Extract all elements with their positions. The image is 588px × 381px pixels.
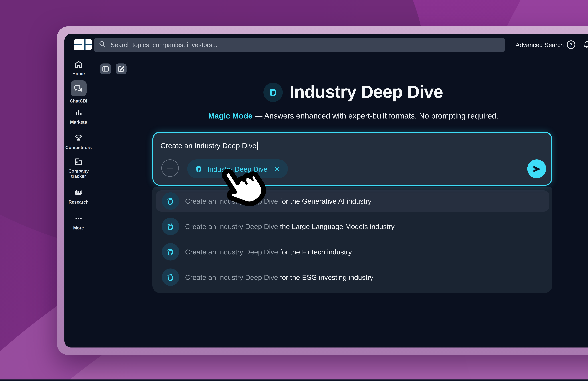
suggestion-text: Create an Industry Deep Dive the Large L… [185,222,396,230]
suggestion-row[interactable]: Create an Industry Deep Dive for the ESG… [156,267,549,288]
suggestion-row[interactable]: Create an Industry Deep Dive the Large L… [156,216,549,237]
documents-icon [166,222,175,231]
suggestion-text: Create an Industry Deep Dive for the Fin… [185,248,352,256]
question-mark-glyph: ? [569,42,573,48]
chip-label: Industry Deep Dive [208,165,267,173]
sidebar-item-research[interactable]: Research [64,188,93,204]
report-icon [74,188,83,198]
suggestion-text: Create an Industry Deep Dive for the ESG… [185,273,373,281]
suggestion-prefix: Create an Industry Deep Dive [185,248,278,256]
suggestion-prefix: Create an Industry Deep Dive [185,273,278,281]
sidebar-item-label: Markets [65,120,92,125]
page-header: Industry Deep Dive [93,82,588,102]
documents-icon [268,87,279,98]
sidebar-item-more[interactable]: More [64,214,93,230]
text-caret [257,141,258,150]
suggestion-row[interactable]: Create an Industry Deep Dive for the Gen… [156,190,549,212]
suggestion-rest: for the Fintech industry [278,248,352,256]
page-title: Industry Deep Dive [290,82,443,102]
add-attachment-button[interactable] [161,160,179,177]
composer-text-value: Create an Industry Deep Dive [160,141,256,150]
suggestion-text: Create an Industry Deep Dive for the Gen… [185,197,371,205]
deep-dive-badge [264,82,283,102]
prompt-composer[interactable]: Create an Industry Deep Dive Industry De… [152,132,552,186]
documents-icon [166,273,175,282]
sidebar-item-competitors[interactable]: Competitors [64,134,93,150]
deep-dive-badge [162,192,179,210]
bar-chart-icon [74,108,83,118]
suggestion-rest: for the ESG investing industry [278,273,373,281]
format-chip-industry-deep-dive[interactable]: Industry Deep Dive [187,160,288,178]
documents-icon [166,196,175,206]
global-search[interactable] [94,38,505,52]
chat-icon [74,84,83,93]
window-frame: Advanced Search ? [57,26,588,355]
send-button[interactable] [527,160,546,178]
suggestion-row[interactable]: Create an Industry Deep Dive for the Fin… [156,241,549,262]
ellipsis-icon [74,214,83,223]
close-icon[interactable] [273,165,281,172]
sidebar-item-markets[interactable]: Markets [64,108,93,125]
notifications-bell-button[interactable] [581,39,588,51]
active-item-highlight [71,80,86,96]
subtitle-text: — Answers enhanced with expert-built for… [252,111,498,120]
sidebar-item-label: Research [65,199,92,204]
deep-dive-badge [162,268,179,286]
screen-bottom-strip [0,379,588,381]
suggestion-prefix: Create an Industry Deep Dive [185,197,278,205]
page-subtitle: Magic Mode — Answers enhanced with exper… [93,111,588,120]
building-icon [74,157,83,166]
advanced-search-link[interactable]: Advanced Search [516,34,564,56]
deep-dive-badge [162,218,179,235]
new-chat-button[interactable] [116,63,126,74]
cb-insights-logo[interactable] [74,39,92,50]
suggestion-rest: the Large Language Models industry. [278,222,396,230]
sidebar-item-label: More [65,225,92,230]
magic-mode-label: Magic Mode [208,111,252,120]
composer-input-text[interactable]: Create an Industry Deep Dive [160,141,258,150]
send-icon [532,164,542,174]
toggle-history-panel-button[interactable] [100,63,111,74]
sidebar-item-label: ChatCBI [65,98,92,103]
deep-dive-badge [162,243,179,261]
suggestion-rest: for the Generative AI industry [278,197,371,205]
plus-icon [166,164,174,173]
screen: Advanced Search ? [0,0,588,381]
sidebar-item-chatcbi[interactable]: ChatCBI [64,80,93,103]
sidebar-item-label: Company tracker [65,168,92,179]
sidebar-item-company-tracker[interactable]: Company tracker [64,157,93,179]
app-window: Advanced Search ? [64,34,588,347]
sidebar-item-home[interactable]: Home [64,60,93,76]
home-icon [74,60,83,69]
suggestions-panel: Create an Industry Deep Dive for the Gen… [152,187,552,293]
sidebar-item-label: Home [65,71,92,76]
sidebar-item-label: Competitors [65,145,92,150]
documents-icon [166,247,175,257]
help-button[interactable]: ? [565,39,577,51]
suggestion-prefix: Create an Industry Deep Dive [185,222,278,230]
documents-icon [194,164,203,173]
search-input[interactable] [110,41,500,49]
trophy-icon [74,134,83,143]
search-icon [99,40,106,49]
